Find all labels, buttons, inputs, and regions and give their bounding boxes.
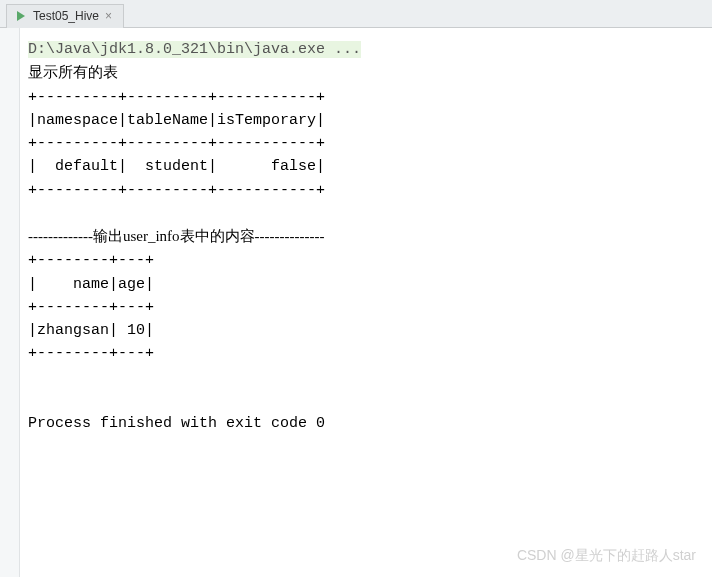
svg-marker-0 (17, 11, 25, 21)
heading-show-tables: 显示所有的表 (28, 64, 118, 80)
command-line: D:\Java\jdk1.8.0_321\bin\java.exe ... (28, 41, 361, 58)
table2-row: |zhangsan| 10| (28, 322, 154, 339)
tab-title: Test05_Hive (33, 9, 99, 23)
gutter (0, 28, 20, 577)
table2-border: +--------+---+ (28, 252, 154, 269)
console-output: D:\Java\jdk1.8.0_321\bin\java.exe ... 显示… (20, 28, 712, 577)
console-area: D:\Java\jdk1.8.0_321\bin\java.exe ... 显示… (0, 28, 712, 577)
table2-header: | name|age| (28, 276, 154, 293)
table1-border: +---------+---------+-----------+ (28, 89, 325, 106)
heading-user-info: -------------输出user_info表中的内容-----------… (28, 228, 325, 244)
table1-border: +---------+---------+-----------+ (28, 135, 325, 152)
tab-test05-hive[interactable]: Test05_Hive × (6, 4, 124, 28)
exit-message: Process finished with exit code 0 (28, 415, 325, 432)
table1-header: |namespace|tableName|isTemporary| (28, 112, 325, 129)
run-icon (15, 10, 27, 22)
table2-border: +--------+---+ (28, 345, 154, 362)
table1-row: | default| student| false| (28, 158, 325, 175)
table2-border: +--------+---+ (28, 299, 154, 316)
watermark: CSDN @星光下的赶路人star (517, 547, 696, 565)
close-icon[interactable]: × (105, 11, 115, 21)
table1-border: +---------+---------+-----------+ (28, 182, 325, 199)
tab-bar: Test05_Hive × (0, 0, 712, 28)
